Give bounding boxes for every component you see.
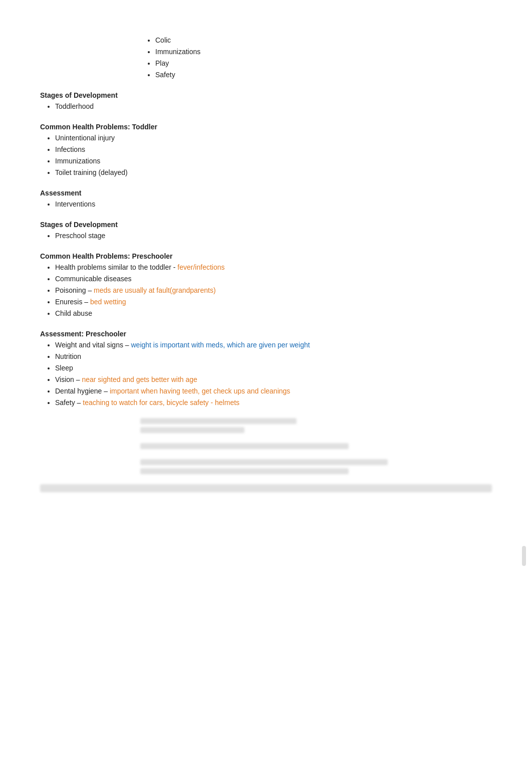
intro-bullets-section: Colic Immunizations Play Safety (140, 35, 492, 80)
list-item: Unintentional injury (55, 133, 492, 143)
health1-plain: Health problems similar to the toddler - (55, 263, 177, 271)
list-item: Safety (155, 70, 492, 80)
common-health-list-1: Unintentional injury Infections Immuniza… (55, 133, 492, 178)
toddlerhood-item: Toddlerhood (55, 101, 492, 112)
list-item: Immunizations (155, 47, 492, 57)
vision-plain: Vision – (55, 375, 82, 383)
stages-heading-2: Stages of Development (40, 221, 492, 229)
list-item: Colic (155, 35, 492, 46)
assessment-heading-1: Assessment (40, 189, 492, 197)
dental-plain: Dental hygiene – (55, 387, 110, 395)
vision-colored: near sighted and gets better with age (82, 375, 197, 383)
weight-colored: weight is important with meds, which are… (131, 341, 310, 349)
list-item: Infections (55, 144, 492, 155)
enuresis-colored: bed wetting (90, 298, 126, 306)
assessment-2: Assessment: Preschooler Weight and vital… (40, 330, 492, 408)
common-health-2: Common Health Problems: Preschooler Heal… (40, 252, 492, 319)
list-item-weight: Weight and vital signs – weight is impor… (55, 340, 492, 350)
list-item: Nutrition (55, 351, 492, 362)
poisoning-colored: meds are usually at fault(grandparents) (94, 286, 216, 294)
stages-list-2: Preschool stage (55, 231, 492, 241)
dental-colored: important when having teeth, get check u… (110, 387, 290, 395)
list-item-vision: Vision – near sighted and gets better wi… (55, 374, 492, 385)
intro-bullets-list: Colic Immunizations Play Safety (155, 35, 492, 80)
list-item: Immunizations (55, 156, 492, 166)
list-item: Interventions (55, 199, 492, 210)
list-item: Sleep (55, 363, 492, 373)
list-item-dental: Dental hygiene – important when having t… (55, 386, 492, 397)
enuresis-plain: Enuresis – (55, 298, 90, 306)
list-item-safety: Safety – teaching to watch for cars, bic… (55, 398, 492, 408)
assessment-list-1: Interventions (55, 199, 492, 210)
common-health-heading-1: Common Health Problems: Toddler (40, 123, 492, 131)
assessment-heading-2: Assessment: Preschooler (40, 330, 492, 338)
list-item-enuresis: Enuresis – bed wetting (55, 297, 492, 307)
list-item-poisoning: Poisoning – meds are usually at fault(gr… (55, 285, 492, 296)
stages-development-2: Stages of Development Preschool stage (40, 221, 492, 241)
list-item-health1: Health problems similar to the toddler -… (55, 262, 492, 273)
common-health-heading-2: Common Health Problems: Preschooler (40, 252, 492, 260)
poisoning-plain: Poisoning – (55, 286, 94, 294)
assessment-list-2: Weight and vital signs – weight is impor… (55, 340, 492, 408)
stages-list-1: Toddlerhood (55, 101, 492, 112)
common-health-1: Common Health Problems: Toddler Unintent… (40, 123, 492, 178)
list-item: Child abuse (55, 308, 492, 319)
bottom-bar (40, 484, 492, 492)
common-health-list-2: Health problems similar to the toddler -… (55, 262, 492, 319)
preschool-stage-item: Preschool stage (55, 231, 492, 241)
safety-plain: Safety – (55, 399, 83, 407)
assessment-1: Assessment Interventions (40, 189, 492, 210)
safety-colored: teaching to watch for cars, bicycle safe… (83, 399, 239, 407)
list-item: Play (155, 58, 492, 69)
weight-plain: Weight and vital signs – (55, 341, 131, 349)
stages-development-1: Stages of Development Toddlerhood (40, 91, 492, 112)
scrollbar[interactable] (522, 546, 526, 566)
health1-colored: fever/infections (177, 263, 224, 271)
blurred-image-block (140, 418, 401, 474)
stages-heading-1: Stages of Development (40, 91, 492, 99)
list-item: Communicable diseases (55, 274, 492, 284)
list-item: Toilet training (delayed) (55, 167, 492, 178)
